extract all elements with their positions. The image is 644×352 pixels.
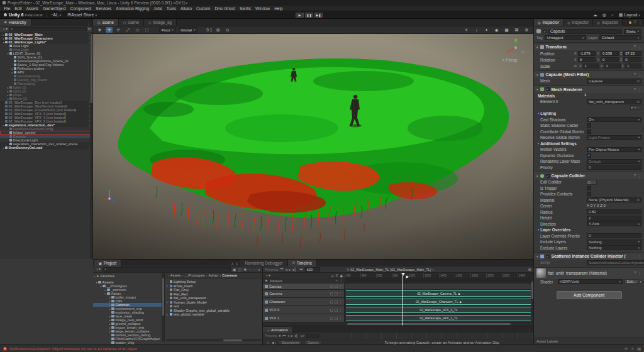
lock-icon[interactable]: ⚿ — [633, 20, 636, 25]
track-lock-toggle[interactable] — [335, 300, 338, 304]
property-value[interactable]: Light Probes — [587, 135, 641, 140]
play-button[interactable]: ▶ — [296, 13, 304, 18]
track-lane[interactable]: 02_WarEscape_Character_TL — [345, 298, 533, 305]
add-event-icon[interactable]: ◆₊ — [272, 341, 276, 344]
track-mix-icon[interactable]: ⊿ — [331, 273, 334, 278]
tab-inspector-3[interactable]: ◎Inspector — [593, 19, 623, 26]
track-menu-icon[interactable]: ⋮ — [338, 308, 342, 312]
track-lock-toggle[interactable] — [335, 317, 338, 320]
track-menu-icon[interactable]: ⋮ — [338, 316, 342, 320]
property-value[interactable]: X 0 Y 0 Z 0 — [587, 204, 641, 209]
collider-enabled-checkbox[interactable]: ✓ — [546, 174, 550, 178]
pos-x-field[interactable]: -1.079 — [578, 51, 596, 56]
menu-item[interactable]: File — [4, 6, 10, 11]
layer-dropdown[interactable]: Default — [599, 35, 641, 40]
breadcrumb-segment[interactable]: Assets — [167, 273, 180, 277]
scene-view-tab[interactable]: ⬡ Game — [119, 19, 144, 26]
menu-item[interactable]: Window — [255, 6, 270, 11]
anim-play[interactable]: ▸ — [291, 334, 293, 338]
grid-toggle-icon[interactable]: ▦ — [503, 27, 510, 33]
rot-y-field[interactable]: 0 — [601, 57, 619, 62]
track-mute-toggle[interactable] — [330, 285, 333, 288]
prev-frame-button[interactable]: ◂ — [286, 267, 287, 272]
lighting-toggle-icon[interactable]: ☀ — [463, 27, 470, 33]
timeline-ruler[interactable]: 2004006008001000120014001600180020002200… — [345, 273, 533, 278]
pivot-dropdown[interactable]: Pivot — [159, 27, 176, 33]
add-component-button[interactable]: Add Component — [557, 291, 622, 299]
property-value[interactable]: 2 — [587, 216, 641, 221]
scale-link-icon[interactable]: ⧉ — [574, 64, 577, 69]
property-value[interactable]: 0 — [587, 233, 641, 238]
menu-item[interactable]: Assets — [26, 6, 39, 11]
pos-y-field[interactable]: 0.538 — [601, 51, 619, 56]
timeline-vscrollbar[interactable] — [531, 279, 533, 322]
scale-y-field[interactable]: 1 — [604, 63, 620, 69]
step-button[interactable]: ▶❚ — [314, 13, 323, 18]
property-value[interactable]: 0 — [587, 165, 641, 170]
asset-store-dropdown[interactable]: Asset Store▾ — [71, 13, 97, 17]
hierarchy-item[interactable]: ▸ DontDestroyOnLoad — [0, 146, 92, 150]
property-value[interactable]: ⬭ — [587, 180, 597, 185]
track-lane[interactable] — [345, 283, 533, 289]
add-keyframe-icon[interactable]: ◇ — [267, 341, 269, 344]
property-value[interactable] — [587, 186, 591, 190]
zoom-slider[interactable]: ──● — [253, 268, 260, 272]
track-header[interactable]: Camera ⋮ — [263, 290, 345, 297]
menu-item[interactable]: Component — [70, 6, 92, 11]
view-tool[interactable]: ✥ — [96, 27, 103, 33]
add-track-button[interactable]: ＋▾ — [265, 273, 270, 278]
script-object-field[interactable]: ScatteredInstanceColliderInjector — [587, 260, 644, 265]
property-value[interactable]: On — [587, 117, 641, 122]
timeline-clip[interactable]: 02_WarEscape_Camera_TL — [346, 290, 531, 297]
info-icon[interactable]: ◔ — [248, 268, 251, 272]
open-asset-icon[interactable]: ▣ — [233, 267, 236, 272]
tab-inspector-1[interactable]: ◎Inspector — [534, 19, 564, 26]
account-dropdown[interactable]: AL▾ — [53, 13, 61, 17]
anim-next-key[interactable]: ▸▏ — [295, 334, 299, 338]
shader-options-icon[interactable]: ▾ — [640, 280, 641, 283]
pos-z-field[interactable]: 57.22 — [623, 51, 641, 56]
tag-dropdown[interactable]: Untagged — [545, 35, 587, 40]
script-enabled-checkbox[interactable]: ✓ — [546, 255, 550, 258]
hidden-icon[interactable]: ◫ — [238, 267, 242, 272]
rect-tool[interactable]: ▭ — [134, 27, 141, 33]
scale-x-field[interactable]: 1 — [583, 63, 599, 69]
rot-z-field[interactable]: 0 — [623, 57, 641, 62]
track-mute-toggle[interactable] — [330, 300, 333, 304]
project-tree-scrollbar[interactable] — [162, 273, 164, 342]
tab-rendering-debugger[interactable]: Rendering Debugger — [240, 260, 287, 267]
bell-icon[interactable]: ⚠ — [631, 346, 634, 351]
project-file-item[interactable]: ▸ test_global_variable — [165, 312, 262, 317]
menu-item[interactable]: Custom — [196, 6, 210, 11]
track-lock-toggle[interactable] — [335, 309, 338, 312]
timeline-asset-dropdown[interactable]: ⏱02_WarEscape_Main_TL (02_WarEscape_Main… — [347, 267, 504, 272]
property-value[interactable]: ✓ — [587, 153, 591, 158]
timeline-settings-icon[interactable]: ⚙ — [528, 267, 531, 272]
timeline-hscrollbar[interactable] — [346, 322, 530, 325]
shader-edit-button[interactable]: Edit... — [625, 279, 639, 284]
timeline-clip[interactable]: 02_WarEscape_VFX_0_TL — [346, 307, 531, 313]
timeline-clip[interactable]: 02_WarEscape_VFX_1_TL — [346, 315, 531, 321]
goto-end-button[interactable]: ⏭ — [299, 267, 303, 272]
menu-item[interactable]: Services — [96, 6, 111, 11]
tab-animation[interactable]: ●Animation — [263, 327, 293, 333]
menu-item[interactable]: Alkato — [180, 6, 192, 11]
property-value[interactable]: flat_unlit_transparent — [587, 99, 641, 104]
tab-hierarchy[interactable]: ≡Hierarchy — [0, 19, 31, 26]
filter-icon[interactable]: ⧉ — [88, 27, 91, 31]
pause-button[interactable]: ❚❚ — [305, 13, 313, 18]
property-value[interactable] — [587, 123, 591, 128]
active-checkbox[interactable]: ✓ — [543, 30, 547, 33]
record-button[interactable]: ⏺ — [279, 334, 281, 338]
hierarchy-search-input[interactable]: ⌕ — [9, 27, 87, 31]
warning-icon[interactable]: ⚠ — [231, 261, 234, 266]
rotate-tool[interactable]: ⟳ — [115, 27, 122, 33]
property-value[interactable]: 1 — [584, 93, 601, 98]
grid-snap-icon[interactable]: ⊞ — [214, 27, 221, 33]
track-header[interactable]: Character ⋮ — [263, 298, 345, 305]
progress-icon[interactable]: ⟳ — [625, 346, 628, 351]
marker-add-icon[interactable]: ＋ ⋮ — [335, 278, 343, 283]
property-value[interactable]: Nothing — [587, 239, 641, 245]
property-value[interactable]: + − — [630, 105, 641, 110]
track-mute-toggle[interactable] — [330, 292, 333, 295]
